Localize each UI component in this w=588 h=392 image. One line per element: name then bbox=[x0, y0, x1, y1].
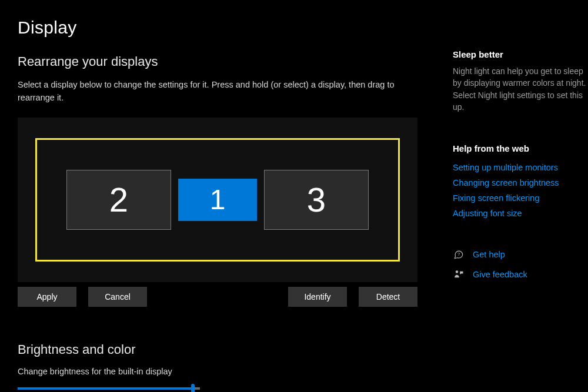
page-title: Display bbox=[18, 18, 435, 38]
rearrange-description: Select a display below to change the set… bbox=[18, 79, 417, 105]
get-help-link[interactable]: Get help bbox=[473, 250, 505, 259]
sleep-better-body: Night light can help you get to sleep by… bbox=[453, 65, 588, 113]
give-feedback-link[interactable]: Give feedback bbox=[473, 270, 527, 279]
display-tile-3[interactable]: 3 bbox=[264, 170, 369, 230]
help-link-font-size[interactable]: Adjusting font size bbox=[453, 209, 588, 218]
brightness-slider[interactable] bbox=[18, 384, 200, 393]
brightness-slider-label: Change brightness for the built-in displ… bbox=[18, 367, 435, 376]
give-feedback-icon bbox=[453, 269, 465, 280]
svg-text:?: ? bbox=[457, 252, 460, 257]
help-link-screen-flickering[interactable]: Fixing screen flickering bbox=[453, 193, 588, 203]
svg-point-1 bbox=[456, 270, 459, 273]
apply-button[interactable]: Apply bbox=[18, 287, 76, 307]
help-link-screen-brightness[interactable]: Changing screen brightness bbox=[453, 178, 588, 187]
slider-fill bbox=[18, 387, 193, 390]
cancel-button[interactable]: Cancel bbox=[88, 287, 147, 307]
highlight-frame: 2 1 3 bbox=[35, 138, 400, 262]
detect-button[interactable]: Detect bbox=[359, 287, 417, 307]
get-help-icon: ? bbox=[453, 249, 465, 260]
display-tile-2[interactable]: 2 bbox=[66, 170, 171, 230]
slider-thumb[interactable] bbox=[191, 384, 195, 393]
display-tile-1[interactable]: 1 bbox=[178, 179, 257, 221]
help-from-web-heading: Help from the web bbox=[453, 143, 588, 153]
sleep-better-heading: Sleep better bbox=[453, 49, 588, 59]
help-link-multiple-monitors[interactable]: Setting up multiple monitors bbox=[453, 163, 588, 172]
brightness-heading: Brightness and color bbox=[18, 342, 435, 357]
rearrange-heading: Rearrange your displays bbox=[18, 54, 435, 69]
identify-button[interactable]: Identify bbox=[288, 287, 347, 307]
display-arrangement-panel: 2 1 3 bbox=[18, 118, 417, 282]
